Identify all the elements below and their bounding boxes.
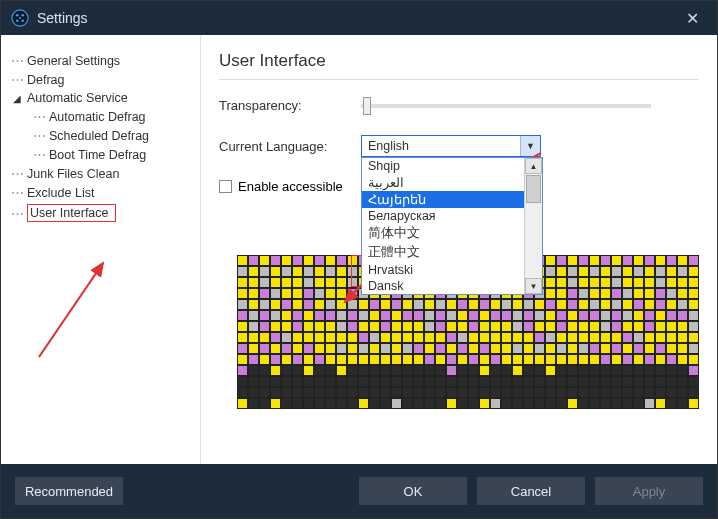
transparency-slider[interactable] xyxy=(361,104,651,108)
titlebar: Settings ✕ xyxy=(1,1,717,35)
sidebar-item-user-interface[interactable]: ⋯User Interface xyxy=(9,202,192,224)
window-title: Settings xyxy=(37,10,88,26)
cancel-button[interactable]: Cancel xyxy=(477,477,585,505)
sidebar-item-boot-time-defrag[interactable]: ⋯Boot Time Defrag xyxy=(31,145,192,164)
svg-point-5 xyxy=(19,17,21,19)
sidebar-item-scheduled-defrag[interactable]: ⋯Scheduled Defrag xyxy=(31,126,192,145)
language-option[interactable]: Հայերեն xyxy=(362,191,524,208)
sidebar-item-exclude-list[interactable]: ⋯Exclude List xyxy=(9,183,192,202)
sidebar-item-automatic-defrag[interactable]: ⋯Automatic Defrag xyxy=(31,107,192,126)
svg-point-1 xyxy=(16,14,19,17)
scroll-up-icon[interactable]: ▲ xyxy=(525,158,542,174)
sidebar-item-defrag[interactable]: ⋯Defrag xyxy=(9,70,192,89)
language-option[interactable]: 正體中文 xyxy=(362,243,524,262)
accessible-label: Enable accessible xyxy=(238,179,343,194)
scroll-down-icon[interactable]: ▼ xyxy=(525,278,542,294)
slider-thumb[interactable] xyxy=(363,97,371,115)
settings-window: Settings ✕ ⋯General Settings ⋯Defrag ◢Au… xyxy=(0,0,718,519)
language-option[interactable]: Беларуская xyxy=(362,208,524,224)
transparency-label: Transparency: xyxy=(219,98,349,113)
close-icon[interactable]: ✕ xyxy=(678,5,707,32)
sidebar: ⋯General Settings ⋯Defrag ◢Automatic Ser… xyxy=(1,35,201,464)
apply-button[interactable]: Apply xyxy=(595,477,703,505)
language-current-value: English xyxy=(368,139,409,153)
language-label: Current Language: xyxy=(219,139,349,154)
sidebar-item-junk-files-clean[interactable]: ⋯Junk Files Clean xyxy=(9,164,192,183)
language-option[interactable]: Hrvatski xyxy=(362,262,524,278)
accessible-checkbox[interactable] xyxy=(219,180,232,193)
app-icon xyxy=(11,9,29,27)
dropdown-scrollbar[interactable]: ▲ ▼ xyxy=(524,158,542,294)
body: ⋯General Settings ⋯Defrag ◢Automatic Ser… xyxy=(1,35,717,464)
collapse-icon[interactable]: ◢ xyxy=(11,93,23,104)
sidebar-item-general-settings[interactable]: ⋯General Settings xyxy=(9,51,192,70)
footer: Recommended OK Cancel Apply xyxy=(1,464,717,518)
scroll-thumb[interactable] xyxy=(526,175,541,203)
sidebar-item-automatic-service[interactable]: ◢Automatic Service xyxy=(9,89,192,107)
language-option[interactable]: العربية xyxy=(362,174,524,191)
language-option[interactable]: 简体中文 xyxy=(362,224,524,243)
language-option[interactable]: Dansk xyxy=(362,278,524,294)
recommended-button[interactable]: Recommended xyxy=(15,477,123,505)
language-option[interactable]: Shqip xyxy=(362,158,524,174)
language-dropdown: ShqipالعربيةՀայերենБеларуская简体中文正體中文Hrv… xyxy=(361,157,543,295)
ok-button[interactable]: OK xyxy=(359,477,467,505)
language-combobox[interactable]: English ▼ ShqipالعربيةՀայերենБеларуская简… xyxy=(361,135,541,157)
svg-point-2 xyxy=(21,14,24,17)
svg-point-4 xyxy=(21,19,24,22)
svg-point-3 xyxy=(16,19,19,22)
chevron-down-icon[interactable]: ▼ xyxy=(520,136,540,156)
page-title: User Interface xyxy=(219,51,699,80)
